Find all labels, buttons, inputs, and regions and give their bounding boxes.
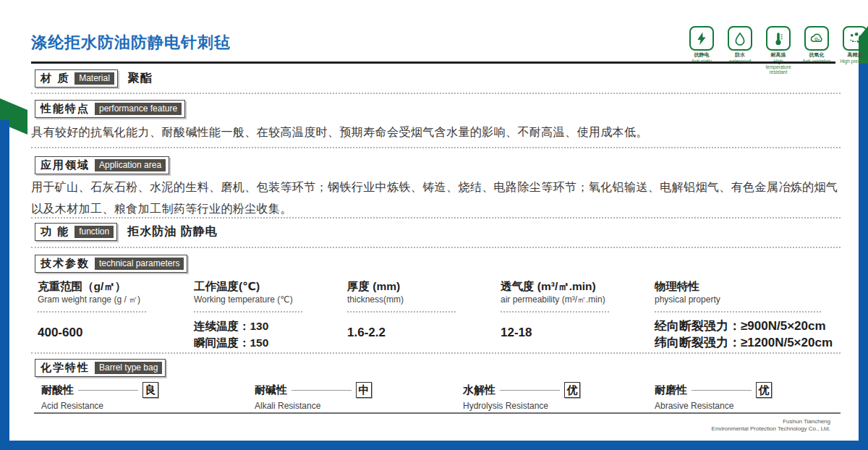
- application-label-box: 应用领域 Application area: [35, 156, 169, 174]
- bottom-blue-bar: [0, 441, 868, 450]
- chem-grade-badge: 优: [564, 382, 580, 398]
- chem-connector-line: [78, 390, 138, 391]
- chem-connector-line: [692, 390, 752, 391]
- high-precision-icon: [843, 26, 867, 51]
- waterproof-icon: [728, 26, 752, 51]
- tech-col-title-en: air permeability (m³/㎡.min): [501, 294, 655, 306]
- divider: [31, 217, 841, 218]
- tech-col-divider: [655, 311, 821, 313]
- footer-rule: [34, 412, 841, 414]
- chem-item-hydrolysis-resistance: 水解性 优 Hydrolysis Resistance: [463, 382, 655, 411]
- anti-static-icon: [689, 26, 714, 51]
- tech-col-title-cn: 工作温度(℃): [194, 279, 347, 294]
- icon-label-en: High precision: [840, 59, 868, 64]
- chem-name-cn: 水解性: [463, 383, 495, 397]
- material-label-en: Material: [75, 72, 114, 85]
- icon-label-cn: 抗静电: [694, 52, 710, 58]
- right-blue-strip: [859, 64, 868, 450]
- tech-col-title-cn: 克重范围（g/㎡）: [38, 279, 194, 294]
- performance-label-cn: 性能特点: [41, 102, 90, 116]
- chem-name-en: Hydrolysis Resistance: [463, 401, 655, 411]
- divider: [31, 93, 841, 94]
- chem-name-en: Alkali Resistance: [255, 401, 463, 411]
- function-label-cn: 功 能: [41, 225, 69, 239]
- material-label-cn: 材 质: [41, 72, 69, 85]
- function-label-box: 功 能 function: [35, 223, 117, 241]
- chemical-items: 耐酸性 良 Acid Resistance 耐碱性 中 Alkali Resis…: [41, 382, 841, 411]
- company-name-line2: Environmental Protection Technology Co.,…: [712, 425, 830, 433]
- tech-value: 12-18: [501, 324, 655, 341]
- function-label-en: function: [75, 226, 114, 238]
- tech-col-thickness: 厚度 (mm) thickness(mm) 1.6-2.2: [347, 279, 501, 351]
- chem-grade-badge: 优: [756, 382, 772, 398]
- technical-table: 克重范围（g/㎡） Gram weight range (g / ㎡) 400-…: [38, 279, 841, 351]
- tech-col-title-en: physical property: [655, 294, 841, 306]
- chem-item-acid-resistance: 耐酸性 良 Acid Resistance: [41, 382, 255, 411]
- chemical-label-cn: 化学特性: [41, 361, 90, 375]
- tech-value: 1.6-2.2: [347, 324, 501, 341]
- svg-text:O₃: O₃: [814, 37, 820, 41]
- material-label-box: 材 质 Material: [35, 69, 118, 88]
- tech-col-divider: [194, 311, 302, 313]
- chem-name-cn: 耐酸性: [41, 383, 74, 397]
- feature-high-temperature: 耐高温 High temperature resistant: [762, 26, 794, 75]
- section-performance: 性能特点 performance feature: [35, 100, 185, 118]
- icon-label-cn: 防水: [735, 52, 745, 58]
- application-label-cn: 应用领域: [41, 158, 90, 172]
- tech-col-air-permeability: 透气度 (m³/㎡.min) air permeability (m³/㎡.mi…: [501, 279, 655, 351]
- chem-name-en: Acid Resistance: [41, 401, 255, 411]
- section-application: 应用领域 Application area: [35, 156, 169, 174]
- performance-label-box: 性能特点 performance feature: [35, 100, 185, 118]
- feature-anti-static: 抗静电 Anti-static: [686, 26, 718, 75]
- chem-item-abrasive-resistance: 耐磨性 优 Abrasive Resistance: [655, 382, 841, 411]
- application-label-en: Application area: [95, 159, 166, 171]
- section-chemical: 化学特性 Barrel type bag: [35, 359, 166, 377]
- chem-grade-badge: 中: [356, 382, 372, 398]
- performance-label-en: performance feature: [95, 103, 182, 115]
- tech-col-title-cn: 厚度 (mm): [347, 279, 501, 294]
- chem-connector-line: [292, 390, 352, 391]
- product-spec-page: 涤纶拒水防油防静电针刺毡 抗静电 Anti-static 防水 waterpro…: [0, 0, 868, 450]
- technical-label-en: technical parameters: [95, 258, 184, 270]
- feature-anti-oxidation: O₃ 抗氧化 Anti-oxidation: [801, 26, 833, 75]
- tech-col-title-en: thickness(mm): [347, 294, 501, 306]
- section-material: 材 质 Material 聚酯: [35, 69, 153, 88]
- anti-oxidation-icon: O₃: [804, 26, 829, 51]
- feature-waterproof: 防水 waterproof: [724, 26, 756, 75]
- tech-col-divider: [38, 311, 146, 313]
- divider: [31, 147, 841, 148]
- company-name-line1: Fushun Tiancheng: [712, 418, 830, 425]
- function-value: 拒水防油 防静电: [127, 224, 217, 239]
- chem-connector-line: [500, 390, 560, 391]
- tech-col-title-en: Working temperature (℃): [194, 294, 347, 306]
- chem-name-cn: 耐磨性: [655, 383, 687, 397]
- tech-value: 400-600: [38, 324, 194, 341]
- title-rule: [31, 61, 835, 64]
- tech-col-working-temperature: 工作温度(℃) Working temperature (℃) 连续温度：130…: [194, 279, 347, 351]
- technical-label-cn: 技术参数: [41, 257, 90, 271]
- tech-value: 纬向断裂强力：≥1200N/5×20cm: [655, 334, 841, 351]
- section-technical: 技术参数 technical parameters: [35, 255, 187, 273]
- chem-grade-badge: 良: [142, 382, 158, 398]
- divider: [31, 247, 841, 248]
- feature-high-precision: 高精度 High precision: [839, 26, 868, 75]
- tech-col-gram-weight: 克重范围（g/㎡） Gram weight range (g / ㎡) 400-…: [38, 279, 194, 351]
- tech-col-title-cn: 透气度 (m³/㎡.min): [501, 279, 655, 294]
- application-text: 用于矿山、石灰石粉、水泥的生料、磨机、包装等环节；钢铁行业中炼铁、铸造、烧结、电…: [31, 177, 841, 220]
- tech-value: 连续温度：130: [194, 318, 347, 334]
- chem-name-en: Abrasive Resistance: [655, 401, 841, 411]
- tech-value: 经向断裂强力：≥900N/5×20cm: [655, 318, 841, 334]
- chem-name-cn: 耐碱性: [255, 383, 287, 397]
- chemical-label-en: Barrel type bag: [95, 362, 162, 374]
- tech-col-title-cn: 物理特性: [655, 279, 841, 294]
- performance-text: 具有较好的抗氧化能力、耐酸碱性能一般、在较高温度时、预期寿命会受烟气含水量的影响…: [31, 122, 841, 143]
- tech-col-divider: [501, 311, 609, 313]
- technical-label-box: 技术参数 technical parameters: [35, 255, 187, 273]
- left-blue-strip: [0, 120, 9, 450]
- high-temperature-icon: [766, 26, 791, 51]
- company-name: Fushun Tiancheng Environmental Protectio…: [712, 418, 830, 433]
- chem-item-alkali-resistance: 耐碱性 中 Alkali Resistance: [255, 382, 463, 411]
- section-function: 功 能 function 拒水防油 防静电: [35, 223, 218, 241]
- divider: [31, 352, 841, 354]
- icon-label-cn: 高精度: [848, 52, 863, 58]
